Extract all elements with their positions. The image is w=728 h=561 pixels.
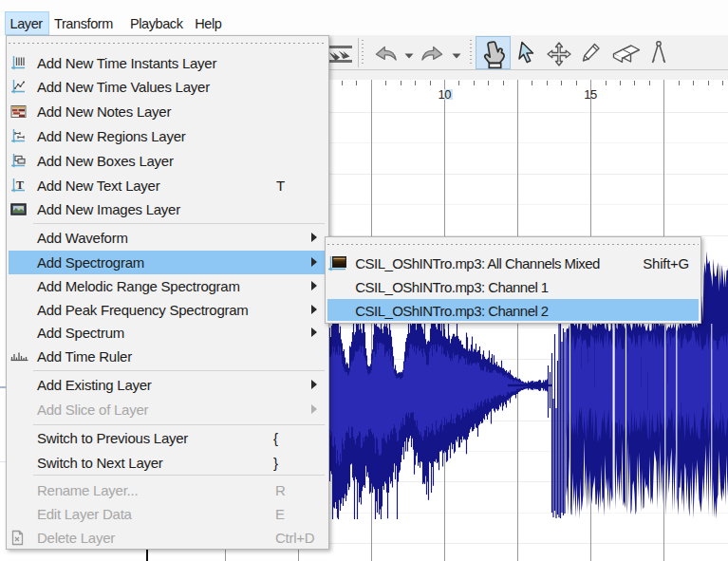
svg-text:T: T	[16, 178, 24, 192]
